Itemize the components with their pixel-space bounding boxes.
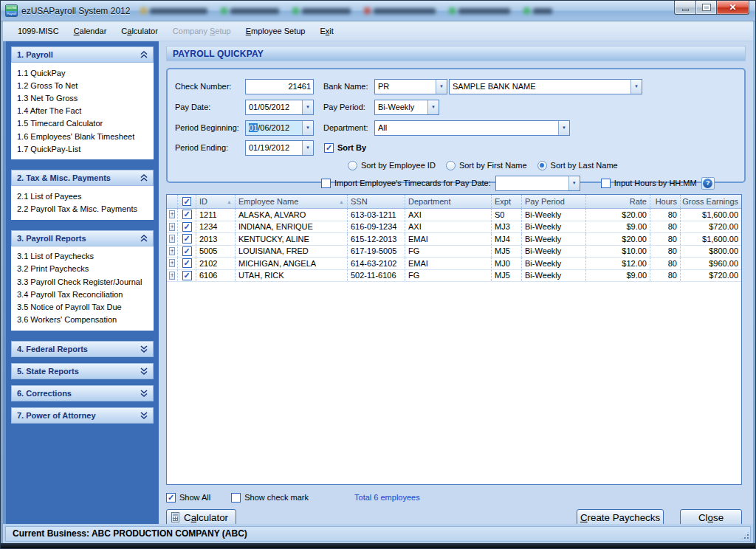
sidebar-item-payroll-tax-misc[interactable]: 2.2 Payroll Tax & Misc. Payments [17, 203, 151, 215]
input-hours-checkbox[interactable] [601, 179, 611, 188]
chevron-down-icon[interactable]: ▼ [630, 80, 642, 94]
table-row[interactable]: + 2013 KENTUCKY, ALINE 615-12-2013 EMAI … [167, 233, 741, 246]
collapse-chevron-icon[interactable] [140, 174, 148, 182]
sidebar-header-state-reports[interactable]: 5. State Reports [11, 363, 154, 379]
sidebar-item-quickpay[interactable]: 1.1 QuickPay [17, 66, 151, 79]
expand-chevron-icon[interactable] [140, 412, 148, 419]
check-number-input[interactable]: 21461 [245, 79, 314, 94]
column-header-employee-name[interactable]: Employee Name▲ [236, 195, 348, 208]
pay-date-picker[interactable]: 01/05/2012 ▼ [245, 100, 314, 115]
table-row[interactable]: + 1211 ALASKA, ALVARO 613-03-1211 AXI S0… [167, 209, 741, 221]
row-checkbox[interactable] [182, 246, 192, 256]
expand-row-button[interactable]: + [169, 210, 174, 218]
row-checkbox[interactable] [182, 210, 192, 219]
bank-name-dropdown[interactable]: SAMPLE BANK NAME ▼ [449, 79, 642, 94]
sidebar-item-quickpay-list[interactable]: 1.7 QuickPay-List [17, 142, 151, 155]
chevron-down-icon[interactable]: ▼ [436, 80, 447, 94]
bank-code-dropdown[interactable]: PR ▼ [374, 79, 447, 94]
expand-row-button[interactable]: + [169, 272, 174, 280]
show-all-checkbox[interactable] [166, 493, 176, 503]
sidebar-header-payroll[interactable]: 1. Payroll [11, 46, 154, 63]
minimize-button[interactable] [674, 1, 696, 15]
row-checkbox[interactable] [182, 271, 192, 280]
sidebar-item-list-of-paychecks[interactable]: 3.1 List of Paychecks [17, 250, 151, 263]
table-row[interactable]: + 2102 MICHIGAN, ANGELA 614-63-2102 EMAI… [167, 258, 741, 270]
chevron-down-icon[interactable]: ▼ [427, 100, 439, 114]
blurred-toolbar-item[interactable] [364, 7, 436, 14]
table-row[interactable]: + 6106 UTAH, RICK 502-11-6106 FG MJ5 Bi-… [167, 270, 741, 283]
row-checkbox[interactable] [182, 234, 192, 244]
sidebar-item-workers-compensation[interactable]: 3.6 Workers' Compensation [17, 314, 151, 326]
chevron-down-icon[interactable]: ▼ [302, 100, 313, 114]
table-row[interactable]: + 5005 LOUISIANA, FRED 617-19-5005 FG MJ… [167, 246, 741, 258]
blurred-toolbar-item[interactable] [140, 7, 207, 14]
expand-chevron-icon[interactable] [140, 345, 148, 353]
column-header-department[interactable]: Department [405, 195, 492, 208]
pay-period-dropdown[interactable]: Bi-Weekly ▼ [374, 100, 439, 115]
row-checkbox[interactable] [182, 258, 192, 268]
sidebar-item-gross-to-net[interactable]: 1.2 Gross To Net [17, 79, 151, 92]
sidebar-item-check-register[interactable]: 3.3 Payroll Check Register/Journal [17, 275, 151, 288]
sidebar-item-net-to-gross[interactable]: 1.3 Net To Gross [17, 92, 151, 104]
column-header-ssn[interactable]: SSN [348, 195, 405, 208]
expand-chevron-icon[interactable] [140, 367, 148, 375]
sidebar-item-list-of-payees[interactable]: 2.1 List of Payees [17, 190, 151, 202]
expand-row-button[interactable]: + [169, 235, 174, 243]
create-paychecks-button[interactable]: Create Paychecks [577, 509, 664, 525]
sort-by-last-name-radio[interactable] [537, 161, 547, 170]
sidebar-item-notice-tax-due[interactable]: 3.5 Notice of Payroll Tax Due [17, 300, 151, 313]
blurred-toolbar-item[interactable] [292, 7, 351, 14]
sidebar-item-after-the-fact[interactable]: 1.4 After The Fact [17, 105, 151, 117]
expand-row-button[interactable]: + [169, 247, 174, 255]
sort-by-first-name-radio[interactable] [446, 161, 456, 170]
column-header-id[interactable]: ID▲ [196, 195, 236, 208]
blurred-toolbar-item[interactable] [221, 7, 279, 14]
chevron-down-icon[interactable]: ▼ [568, 176, 580, 190]
sidebar-header-payroll-reports[interactable]: 3. Payroll Reports [11, 230, 154, 246]
department-dropdown[interactable]: All ▼ [374, 120, 570, 136]
collapse-chevron-icon[interactable] [140, 235, 148, 242]
menu-item-calendar[interactable]: Calendar [66, 24, 114, 38]
column-header-pay-period[interactable]: Pay Period [522, 195, 586, 208]
expand-row-button[interactable]: + [169, 223, 174, 231]
sidebar-header-federal-reports[interactable]: 4. Federal Reports [11, 341, 154, 357]
blurred-toolbar-item[interactable] [449, 7, 510, 14]
collapse-chevron-icon[interactable] [140, 51, 148, 58]
sidebar-header-corrections[interactable]: 6. Corrections [11, 385, 154, 401]
row-checkbox[interactable] [182, 222, 192, 232]
calculator-button[interactable]: Calculator [166, 509, 236, 525]
chevron-down-icon[interactable]: ▼ [558, 121, 569, 135]
select-all-checkbox[interactable] [182, 197, 191, 206]
period-beginning-picker[interactable]: 01/06/2012 ▼ [245, 120, 314, 136]
import-timecards-checkbox[interactable] [321, 179, 331, 188]
menu-item-employee-setup[interactable]: Employee Setup [238, 24, 313, 38]
sidebar-item-blank-timesheet[interactable]: 1.6 Employees' Blank Timesheet [17, 130, 151, 142]
column-header-rate[interactable]: Rate [586, 195, 650, 208]
menu-item-exit[interactable]: Exit [312, 24, 340, 38]
sort-by-employee-id-radio[interactable] [348, 161, 357, 170]
sidebar-item-tax-reconciliation[interactable]: 3.4 Payroll Tax Reconciliation [17, 288, 151, 300]
table-row[interactable]: + 1234 INDIANA, ENRIQUE 616-09-1234 AXI … [167, 221, 741, 234]
help-button[interactable]: ? [701, 177, 715, 190]
expand-chevron-icon[interactable] [140, 390, 148, 397]
show-check-mark-checkbox[interactable] [231, 493, 241, 503]
sidebar-item-timecard-calculator[interactable]: 1.5 Timecard Calculator [17, 117, 151, 130]
menu-item-1099-misc[interactable]: 1099-MISC [10, 24, 66, 38]
maximize-button[interactable] [696, 1, 717, 15]
column-header-gross-earnings[interactable]: Gross Earnings [681, 195, 741, 208]
close-button[interactable]: Close [680, 509, 742, 525]
column-header-expt[interactable]: Expt [492, 195, 522, 208]
chevron-down-icon[interactable]: ▼ [302, 141, 313, 155]
menu-item-calculator[interactable]: Calculator [114, 24, 165, 38]
sidebar-item-print-paychecks[interactable]: 3.2 Print Paychecks [17, 263, 151, 275]
sidebar-header-tax-misc[interactable]: 2. Tax & Misc. Payments [11, 170, 154, 186]
column-header-hours[interactable]: Hours [650, 195, 681, 208]
blurred-toolbar-item[interactable] [523, 7, 552, 14]
chevron-down-icon[interactable]: ▼ [302, 121, 313, 135]
import-timecards-date-dropdown[interactable]: ▼ [495, 176, 580, 191]
expand-row-button[interactable]: + [169, 259, 174, 267]
close-window-button[interactable]: ✕ [717, 1, 749, 15]
sort-by-checkbox[interactable] [324, 143, 334, 153]
sidebar-header-power-of-attorney[interactable]: 7. Power of Attorney [11, 407, 154, 424]
period-ending-picker[interactable]: 01/19/2012 ▼ [245, 140, 314, 156]
